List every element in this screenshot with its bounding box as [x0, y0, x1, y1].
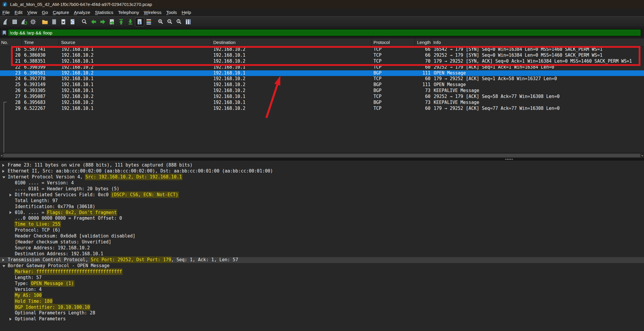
zoom-in-button[interactable]: [156, 18, 165, 26]
detail-line-19[interactable]: Length: 57: [0, 275, 644, 281]
colorize-button[interactable]: [144, 18, 153, 26]
menu-edit[interactable]: Edit: [12, 10, 25, 15]
auto-scroll-button[interactable]: [135, 18, 144, 26]
detail-line-23[interactable]: Hold Time: 180: [0, 299, 644, 305]
detail-line-14[interactable]: Source Address: 192.168.10.2: [0, 245, 644, 251]
detail-line-17[interactable]: Border Gateway Protocol - OPEN Message: [0, 263, 644, 269]
packet-row-29[interactable]: 296.522267192.168.10.1192.168.10.2TCP601…: [0, 106, 644, 112]
expander-closed-icon[interactable]: [9, 318, 12, 321]
column-header-info[interactable]: Info: [431, 38, 644, 46]
packet-23-info: OPEN Message: [431, 70, 644, 76]
menu-analyze[interactable]: Analyze: [71, 10, 93, 15]
packet-row-26[interactable]: 266.393305192.168.10.1192.168.10.2BGP73K…: [0, 88, 644, 94]
column-header-protocol[interactable]: Protocol: [371, 38, 415, 46]
packet-row-25[interactable]: 256.393149192.168.10.1192.168.10.2BGP111…: [0, 82, 644, 88]
expander-closed-icon[interactable]: [2, 164, 4, 167]
file-close-button[interactable]: [59, 18, 68, 26]
go-to-packet-button[interactable]: [107, 18, 117, 26]
detail-line-6[interactable]: Total Length: 97: [0, 198, 644, 204]
menu-view[interactable]: View: [25, 10, 39, 15]
expander-open-icon[interactable]: [2, 265, 5, 267]
highlighted-field-text: BGP Identifier: 10.10.100.10: [15, 305, 90, 310]
capture-restart-button[interactable]: [19, 18, 28, 26]
detail-line-9[interactable]: ...0 0000 0000 0000 = Fragment Offset: 0: [0, 216, 644, 221]
display-filter-input[interactable]: !cdp && !arp && !loop: [8, 29, 641, 36]
packet-24-info: 179 → 29252 [ACK] Seq=1 Ack=58 Win=16327…: [431, 76, 644, 82]
expander-closed-icon[interactable]: [2, 170, 4, 173]
menu-capture[interactable]: Capture: [50, 10, 71, 15]
packet-row-24[interactable]: 246.392778192.168.10.1192.168.10.2TCP601…: [0, 76, 644, 82]
resize-columns-icon: [185, 18, 192, 25]
column-header-length[interactable]: Length: [415, 38, 431, 46]
column-header-time[interactable]: Time: [22, 38, 59, 46]
detail-line-15[interactable]: Destination Address: 192.168.10.1: [0, 251, 644, 257]
filter-bookmark-button[interactable]: [0, 29, 8, 36]
detail-line-25[interactable]: Optional Parameters Length: 28: [0, 310, 644, 316]
detail-line-18[interactable]: Marker: ffffffffffffffffffffffffffffffff: [0, 269, 644, 275]
file-open-button[interactable]: [40, 18, 50, 26]
hscroll-right-arrow-icon[interactable]: ▸: [641, 153, 644, 158]
zoom-original-button[interactable]: [174, 18, 184, 26]
detail-line-2[interactable]: Internet Protocol Version 4, Src: 192.16…: [0, 174, 644, 180]
expander-closed-icon[interactable]: [9, 211, 12, 214]
packet-row-23[interactable]: 236.390581192.168.10.2192.168.10.1BGP111…: [0, 70, 644, 76]
go-forward-button[interactable]: [98, 18, 107, 26]
expander-open-icon[interactable]: [2, 176, 5, 178]
menu-telephony[interactable]: Telephony: [116, 10, 141, 15]
hscroll-thumb[interactable]: [3, 154, 640, 157]
zoom-out-button[interactable]: [165, 18, 174, 26]
packet-26-proto: BGP: [371, 88, 415, 94]
go-last-button[interactable]: [126, 18, 135, 26]
menu-wireless[interactable]: Wireless: [141, 10, 164, 15]
resize-columns-button[interactable]: [184, 18, 193, 26]
go-back-button[interactable]: [89, 18, 98, 26]
menu-tools[interactable]: Tools: [164, 10, 179, 15]
packet-26-dst: 192.168.10.2: [211, 88, 371, 94]
menu-file[interactable]: File: [0, 10, 12, 15]
detail-line-1[interactable]: Ethernet II, Src: aa:bb:cc:00:02:00 (aa:…: [0, 168, 644, 174]
detail-line-7[interactable]: Identification: 0x779a (30618): [0, 204, 644, 210]
packet-list-header: No.TimeSourceDestinationProtocolLengthIn…: [0, 38, 644, 47]
capture-stop-button[interactable]: [10, 18, 19, 26]
capture-start-button[interactable]: [1, 18, 10, 26]
detail-line-21[interactable]: Version: 4: [0, 287, 644, 293]
file-save-button[interactable]: [50, 18, 59, 26]
pane-splitter[interactable]: [0, 158, 644, 161]
detail-line-22[interactable]: My AS: 100: [0, 293, 644, 299]
capture-options-button[interactable]: [28, 18, 38, 26]
find-packet-icon: [81, 18, 88, 25]
column-header-destination[interactable]: Destination: [211, 38, 371, 46]
detail-line-26[interactable]: Optional Parameters: [0, 316, 644, 322]
packet-23-no: 23: [0, 70, 22, 76]
detail-line-24[interactable]: BGP Identifier: 10.10.100.10: [0, 305, 644, 311]
expander-closed-icon[interactable]: [2, 259, 4, 262]
find-packet-button[interactable]: [80, 18, 89, 26]
detail-line-5[interactable]: Differentiated Services Field: 0xc0 (DSC…: [0, 192, 644, 198]
packet-row-27[interactable]: 276.395087192.168.10.2192.168.10.1TCP602…: [0, 94, 644, 100]
detail-line-12[interactable]: Header Checksum: 0x6de8 [validation disa…: [0, 233, 644, 239]
detail-line-11[interactable]: Protocol: TCP (6): [0, 227, 644, 233]
menu-help[interactable]: Help: [179, 10, 193, 15]
column-header-source[interactable]: Source: [59, 38, 211, 46]
file-reload-button[interactable]: [68, 18, 77, 26]
menu-statistics[interactable]: Statistics: [93, 10, 116, 15]
packet-row-28[interactable]: 286.395683192.168.10.2192.168.10.1BGP73K…: [0, 100, 644, 106]
go-first-button[interactable]: [117, 18, 126, 26]
detail-line-4[interactable]: .... 0101 = Header Length: 20 bytes (5): [0, 186, 644, 192]
detail-line-10[interactable]: Time to Live: 255: [0, 221, 644, 227]
field-text: Protocol: TCP (6): [15, 227, 61, 233]
detail-line-20[interactable]: Type: OPEN Message (1): [0, 281, 644, 287]
packet-28-len: 73: [415, 100, 431, 106]
detail-line-3[interactable]: 0100 .... = Version: 4: [0, 180, 644, 186]
column-header-no[interactable]: No.: [0, 38, 22, 46]
expander-closed-icon[interactable]: [9, 194, 12, 197]
packet-list-hscrollbar[interactable]: ◂ ▸: [0, 153, 644, 158]
menu-go[interactable]: Go: [39, 10, 50, 15]
detail-line-16[interactable]: Transmission Control Protocol, Src Port:…: [0, 257, 644, 263]
hscroll-left-arrow-icon[interactable]: ◂: [0, 153, 3, 158]
detail-line-0[interactable]: Frame 23: 111 bytes on wire (888 bits), …: [0, 162, 644, 168]
packet-27-info: 29252 → 179 [ACK] Seq=58 Ack=77 Win=1630…: [431, 94, 644, 100]
detail-line-8[interactable]: 010. .... = Flags: 0x2, Don't fragment: [0, 210, 644, 216]
packet-25-proto: BGP: [371, 82, 415, 88]
detail-line-13[interactable]: [Header checksum status: Unverified]: [0, 239, 644, 245]
